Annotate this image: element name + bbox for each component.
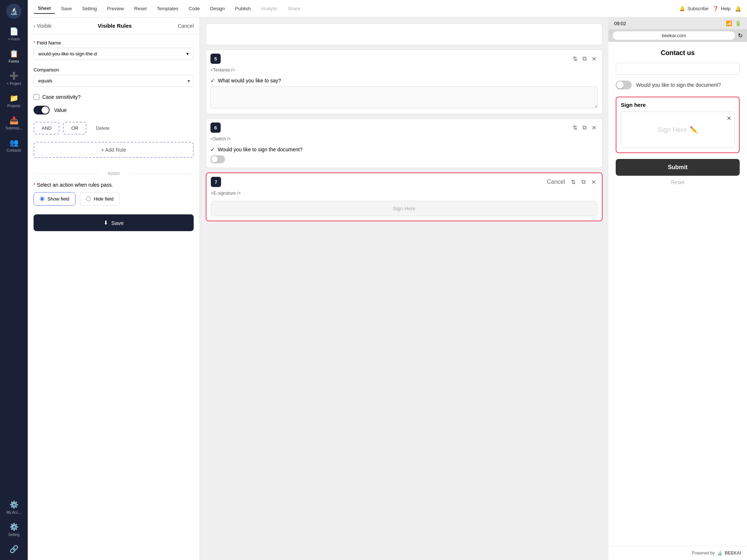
save-button[interactable]: ⬇ Save (34, 214, 194, 231)
hide-field-option[interactable]: Hide field (80, 192, 120, 206)
card-7-cancel-button[interactable]: Cancel (545, 178, 566, 186)
comparison-wrapper: equals not equals contains (34, 75, 194, 87)
preview-title: Contact us (616, 49, 740, 57)
preview-panel: 09:02 📶 🔋 beekai.com ↻ Contact us (608, 18, 747, 560)
sidebar-item-label: + Project (7, 82, 21, 86)
card-6-toggle[interactable] (210, 155, 225, 163)
card-7-copy-button[interactable]: ⧉ (580, 178, 587, 186)
panel-title: Visible Rules (56, 23, 174, 29)
and-button[interactable]: AND (34, 122, 59, 135)
nav-save[interactable]: Save (57, 4, 76, 13)
card-7-move-button[interactable]: ⇅ (569, 178, 577, 186)
field-name-section: * Field Name would-you-like-to-sign-the-… (34, 40, 194, 60)
preview-toggle[interactable] (616, 81, 632, 89)
nav-sheet[interactable]: Sheet (34, 3, 55, 14)
help-icon: ❓ (713, 6, 719, 11)
comparison-select[interactable]: equals not equals contains (34, 75, 194, 87)
sidebar-item-contacts[interactable]: 👥 Contacts (2, 135, 26, 155)
card-5-copy-button[interactable]: ⧉ (581, 55, 588, 63)
chevron-down-icon: ▾ (186, 51, 189, 57)
subscribe-button[interactable]: 🔔 Subscribe (679, 6, 708, 11)
card-5-textarea[interactable] (210, 86, 598, 108)
check-icon-6: ✓ (210, 147, 215, 152)
card-6-copy-button[interactable]: ⧉ (581, 124, 588, 132)
field-name-value: would-you-like-to-sign-the-d (38, 51, 97, 57)
required-star: * (34, 40, 35, 46)
card-6-close-button[interactable]: ✕ (590, 124, 598, 132)
preview-text-input[interactable] (616, 63, 740, 75)
sidebar-item-forms[interactable]: 📋 Forms (2, 46, 26, 66)
sidebar-item-setting[interactable]: ⚙️ Setting (2, 520, 26, 540)
logic-button-row: AND OR Delete (34, 122, 194, 135)
card-7-type: <E-signature /> (206, 191, 602, 198)
phone-bar: 09:02 📶 🔋 (608, 18, 747, 29)
case-sensitivity-checkbox[interactable] (34, 94, 39, 100)
card-6-body: ✓ Would you like to sign the document? (206, 144, 602, 168)
nav-share: Share (283, 4, 305, 13)
toggle-knob (42, 106, 49, 114)
submissions-icon: 📥 (9, 116, 19, 125)
logo-icon: 🔬 (10, 7, 18, 15)
save-icon: ⬇ (104, 219, 108, 226)
nav-templates[interactable]: Templates (152, 4, 183, 13)
nav-design[interactable]: Design (206, 4, 229, 13)
required-star-action: * (34, 182, 35, 188)
brand-label: BEEKAI (725, 551, 741, 556)
url-bar[interactable]: beekai.com (613, 31, 735, 40)
comparison-section: Comparison equals not equals contains (34, 67, 194, 87)
submit-button[interactable]: Submit (616, 159, 740, 176)
nav-preview[interactable]: Preview (103, 4, 128, 13)
card-6-actions: ⇅ ⧉ ✕ (571, 124, 598, 132)
reset-link[interactable]: Reset (616, 179, 740, 185)
sidebar-item-form[interactable]: 📄 + Form (2, 24, 26, 44)
sidebar-item-account[interactable]: ⚙️ My Acc... (2, 497, 26, 517)
or-button[interactable]: OR (63, 122, 86, 135)
back-button[interactable]: ‹ Visible (34, 23, 52, 29)
show-field-option[interactable]: Show field (34, 192, 76, 206)
card-6-type: <Switch /> (206, 136, 602, 144)
value-toggle-label: Value (54, 107, 67, 113)
sidebar-item-projects[interactable]: 📁 Projects (2, 91, 26, 111)
main-area: Sheet Save Setting Preview Reset Templat… (28, 0, 747, 560)
comparison-label: Comparison (34, 67, 194, 73)
card-5-close-button[interactable]: ✕ (590, 55, 598, 63)
sign-box-inner[interactable]: ✕ Sign Here ✏️ (621, 112, 735, 148)
nav-setting[interactable]: Setting (78, 4, 101, 13)
card-5-question: ✓ What would you like to say? (210, 78, 598, 83)
sidebar-item-label: Projects (7, 104, 20, 108)
battery-icon: 🔋 (735, 20, 741, 26)
add-rule-button[interactable]: + Add Rule (34, 142, 194, 158)
sidebar-item-submissions[interactable]: 📥 Submiss... (2, 113, 26, 133)
forms-icon: 📋 (9, 49, 19, 58)
refresh-button[interactable]: ↻ (738, 32, 743, 39)
plugin-icon: 🔗 (9, 545, 19, 553)
sidebar-item-plugin[interactable]: 🔗 (2, 542, 26, 556)
sidebar-item-add-project[interactable]: ➕ + Project (2, 69, 26, 89)
left-panel: ‹ Visible Visible Rules Cancel * Field N… (28, 18, 200, 560)
help-button[interactable]: ❓ Help (713, 6, 731, 11)
card-7-sign-btn[interactable]: Sign Here (211, 201, 597, 216)
subscribe-icon: 🔔 (679, 6, 685, 11)
notification-button[interactable]: 🔔 (735, 6, 741, 12)
field-name-select[interactable]: would-you-like-to-sign-the-d ▾ (34, 48, 194, 60)
panel-cancel-button[interactable]: Cancel (178, 23, 194, 29)
edit-icon: ✏️ (690, 126, 698, 134)
show-field-radio[interactable] (40, 197, 44, 201)
nav-reset[interactable]: Reset (130, 4, 151, 13)
card-5-num: 5 (210, 54, 221, 64)
card-7-close-button[interactable]: ✕ (590, 178, 597, 186)
preview-toggle-text: Would you like to sign the document? (636, 82, 721, 88)
sign-box-close-button[interactable]: ✕ (727, 115, 731, 122)
powered-by: Powered by 🔬 BEEKAI (608, 546, 747, 560)
nav-publish[interactable]: Publish (231, 4, 255, 13)
card-6-question: ✓ Would you like to sign the document? (210, 147, 598, 152)
app-logo[interactable]: 🔬 (6, 4, 22, 19)
form-builder: 5 ⇅ ⧉ ✕ <Textarea /> ✓ What would you li… (200, 18, 608, 560)
hide-field-radio[interactable] (86, 197, 91, 201)
card-6-move-button[interactable]: ⇅ (571, 124, 579, 132)
card-5-move-button[interactable]: ⇅ (571, 55, 579, 63)
delete-button[interactable]: Delete (90, 122, 116, 135)
panel-header: ‹ Visible Visible Rules Cancel (28, 18, 200, 34)
nav-code[interactable]: Code (184, 4, 204, 13)
value-toggle[interactable] (34, 106, 50, 114)
